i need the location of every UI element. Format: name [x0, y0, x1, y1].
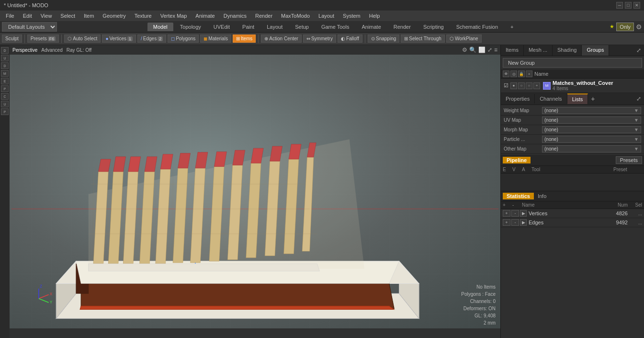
menu-dynamics[interactable]: Dynamics [220, 12, 250, 20]
viewport-settings-icon[interactable]: ⚙ [462, 47, 467, 53]
ls-btn-2[interactable]: U [1, 55, 9, 61]
tab-add[interactable]: + [505, 23, 519, 31]
rp-particle-map-dropdown[interactable]: (none) ▼ [542, 136, 641, 143]
rp-item-row[interactable]: ☑ ● ○ ○ + M Matches_without_Cover 4 Item… [501, 79, 644, 93]
rp-col-sub-btn[interactable]: + [526, 70, 532, 77]
viewport-shader-label[interactable]: Advanced [41, 47, 62, 53]
rp-col-eye-btn[interactable]: 👁 [503, 70, 509, 77]
rp-col-lock-btn[interactable]: 🔒 [518, 70, 525, 77]
rp-item-checkbox[interactable]: ☑ [503, 82, 509, 89]
rp-tab-groups[interactable]: Groups [582, 45, 609, 56]
tab-setup[interactable]: Setup [289, 23, 315, 31]
ls-btn-3[interactable]: D [1, 62, 9, 69]
viewport-frame-icon[interactable]: ⬜ [478, 47, 486, 53]
menu-geometry[interactable]: Geometry [99, 12, 129, 20]
rp-uv-map-dropdown[interactable]: (none) ▼ [542, 117, 641, 124]
rp-prop-expand-icon[interactable]: ⤢ [633, 93, 644, 104]
viewport-perspective-label[interactable]: Perspective [12, 47, 37, 53]
menu-item[interactable]: Item [80, 12, 98, 20]
viewport-zoom-icon[interactable]: 🔍 [469, 47, 476, 53]
ls-btn-8[interactable]: U [1, 101, 9, 107]
rp-tab-mesh[interactable]: Mesh ... [524, 45, 553, 56]
polygons-btn[interactable]: ◻ Polygons [168, 35, 199, 43]
close-btn[interactable]: ✕ [633, 2, 640, 9]
tab-render[interactable]: Render [388, 23, 417, 31]
rp-expand-icon[interactable]: ⤢ [633, 45, 644, 56]
auto-select-btn[interactable]: ⬡ Auto Select [64, 35, 101, 43]
rp-col-render-btn[interactable]: ◎ [510, 70, 517, 77]
viewport-expand-icon[interactable]: ⤢ [487, 47, 492, 53]
tab-gametools[interactable]: Game Tools [316, 23, 355, 31]
menu-texture[interactable]: Texture [131, 12, 156, 20]
rp-stats-info-btn[interactable]: Info [538, 193, 546, 199]
action-center-btn[interactable]: ⊕ Action Center [261, 35, 302, 43]
rp-item-add-btn[interactable]: + [533, 82, 540, 89]
sculpt-btn[interactable]: Sculpt [2, 35, 22, 43]
rp-pipeline-presets-btn[interactable]: Presets [616, 156, 642, 164]
tab-uvedit[interactable]: UVEdit [208, 23, 236, 31]
tab-topology[interactable]: Topology [174, 23, 207, 31]
rp-stats-vertices-plus-btn[interactable]: + [503, 210, 510, 217]
layout-preset-dropdown[interactable]: Default Layouts [2, 22, 57, 32]
menu-vertexmap[interactable]: Vertex Map [157, 12, 191, 20]
menu-view[interactable]: View [37, 12, 56, 20]
ls-btn-6[interactable]: P [1, 85, 9, 92]
menu-maxtomodo[interactable]: MaxToModo [277, 12, 314, 20]
minimize-btn[interactable]: ─ [616, 2, 623, 9]
tab-layout[interactable]: Layout [261, 23, 288, 31]
rp-other-map-dropdown[interactable]: (none) ▼ [542, 145, 641, 152]
rp-item-lock-btn[interactable]: ○ [526, 82, 532, 89]
workplane-btn[interactable]: ⬡ WorkPlane [446, 35, 482, 43]
rp-stats-edges-minus-btn[interactable]: - [511, 219, 519, 226]
only-button[interactable]: Only [616, 23, 634, 31]
rp-tab-properties[interactable]: Properties [501, 94, 535, 104]
rp-tab-lists[interactable]: Lists [567, 93, 588, 104]
symmetry-btn[interactable]: ⇔ Symmetry [303, 35, 336, 43]
menu-select[interactable]: Select [56, 12, 79, 20]
tab-scripting[interactable]: Scripting [418, 23, 450, 31]
viewport[interactable]: Perspective Advanced Ray GL: Off ⚙ 🔍 ⬜ ⤢… [10, 45, 500, 338]
tab-model[interactable]: Model [147, 23, 173, 31]
rp-stats-vertices-expand-btn[interactable]: ▶ [520, 210, 527, 217]
menu-layout[interactable]: Layout [315, 12, 338, 20]
edges-btn[interactable]: / Edges 2 [137, 35, 166, 43]
rp-stats-edges-plus-btn[interactable]: + [503, 219, 510, 226]
menu-file[interactable]: File [2, 12, 18, 20]
rp-tab-shading[interactable]: Shading [553, 45, 582, 56]
rp-tab-items[interactable]: Items [501, 45, 524, 56]
rp-item-vis-btn[interactable]: ● [510, 82, 517, 89]
menu-system[interactable]: System [339, 12, 364, 20]
snapping-btn[interactable]: ⊙ Snapping [368, 35, 399, 43]
ls-btn-4[interactable]: M [1, 70, 9, 77]
rp-weight-map-dropdown[interactable]: (none) ▼ [542, 107, 641, 114]
new-group-button[interactable]: New Group [503, 58, 642, 68]
viewport-menu-icon[interactable]: ≡ [494, 47, 497, 53]
select-through-btn[interactable]: ⊞ Select Through [401, 35, 445, 43]
menu-help[interactable]: Help [365, 12, 384, 20]
rp-tab-channels[interactable]: Channels [535, 94, 567, 104]
menu-edit[interactable]: Edit [19, 12, 36, 20]
ls-btn-1[interactable]: D [1, 47, 9, 54]
items-btn[interactable]: ⊞ Items [233, 35, 256, 43]
menu-animate[interactable]: Animate [192, 12, 218, 20]
rp-stats-edges-expand-btn[interactable]: ▶ [520, 219, 527, 226]
materials-btn[interactable]: ◼ Materials [200, 35, 231, 43]
ls-btn-9[interactable]: P [1, 108, 9, 115]
settings-gear-icon[interactable]: ⚙ [636, 23, 642, 31]
tab-schematic[interactable]: Schematic Fusion [451, 23, 504, 31]
menu-render[interactable]: Render [251, 12, 276, 20]
rp-morph-map-dropdown[interactable]: (none) ▼ [542, 126, 641, 133]
maximize-btn[interactable]: □ [625, 2, 632, 9]
rp-stats-vertices-minus-btn[interactable]: - [511, 210, 519, 217]
ls-btn-7[interactable]: C [1, 93, 9, 100]
falloff-btn[interactable]: ◐ Falloff [338, 35, 362, 43]
presets-btn[interactable]: Presets F6 [27, 35, 59, 43]
tab-animate[interactable]: Animate [356, 23, 386, 31]
rp-prop-add-btn[interactable]: + [588, 93, 598, 105]
ls-btn-5[interactable]: E [1, 78, 9, 84]
viewport-raygl-label[interactable]: Ray GL: Off [67, 47, 92, 53]
scene-canvas[interactable]: X Y Z [10, 55, 500, 328]
rp-item-render-btn[interactable]: ○ [518, 82, 525, 89]
vertices-btn[interactable]: ● Vertices 1 [102, 35, 136, 43]
tab-paint[interactable]: Paint [237, 23, 260, 31]
